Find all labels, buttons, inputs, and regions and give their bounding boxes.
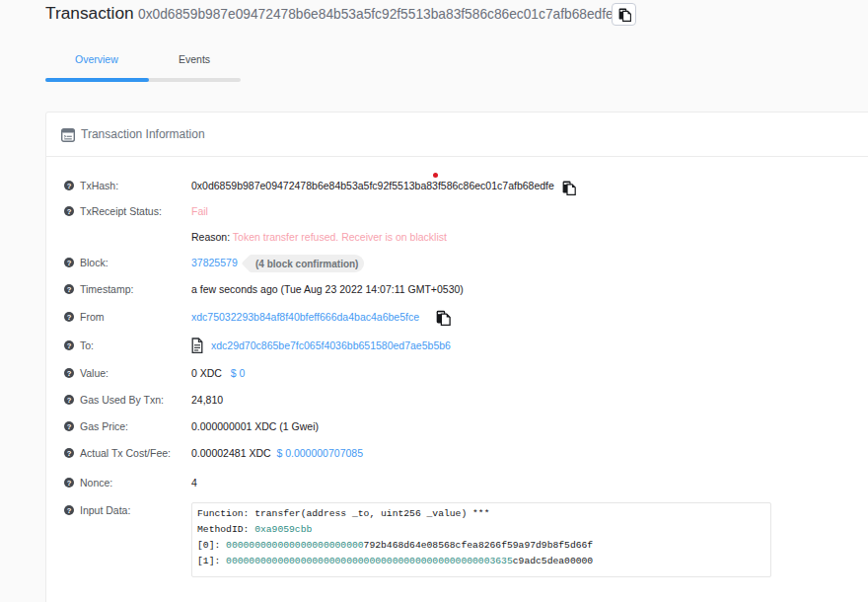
svg-text:?: ? <box>67 421 72 430</box>
svg-text:?: ? <box>67 449 72 458</box>
svg-text:?: ? <box>67 258 72 266</box>
svg-text:?: ? <box>67 505 72 514</box>
svg-text:?: ? <box>67 181 72 189</box>
svg-text:?: ? <box>67 478 72 487</box>
svg-text:?: ? <box>67 341 72 350</box>
svg-text:?: ? <box>67 368 72 377</box>
svg-text:?: ? <box>67 207 72 216</box>
svg-text:?: ? <box>67 395 72 404</box>
svg-text:?: ? <box>67 284 72 293</box>
svg-text:?: ? <box>67 312 72 321</box>
